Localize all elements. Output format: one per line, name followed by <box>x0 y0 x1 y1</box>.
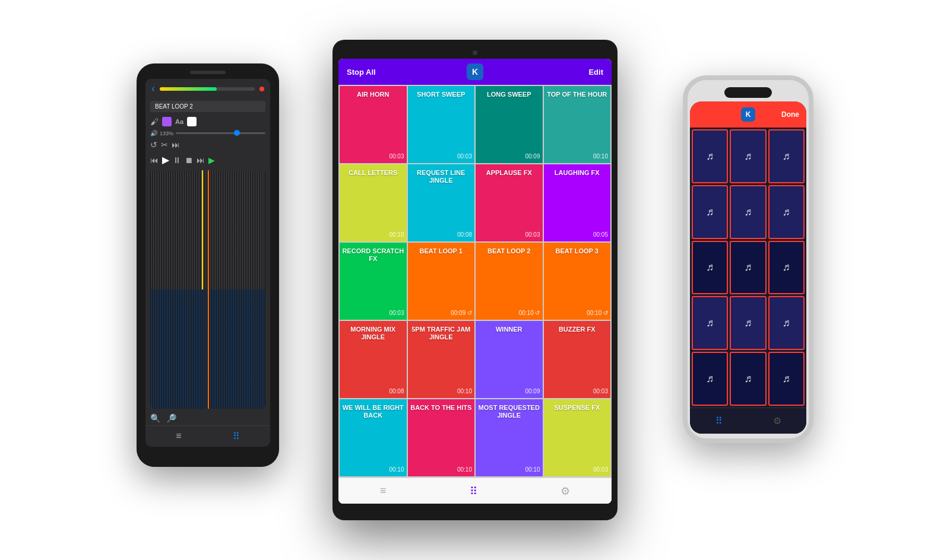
iphone-screen: K Done ♬♬♬♬♬♬♬♬♬♬♬♬♬♬♬ ⠿ ⚙ <box>690 101 806 434</box>
zoom-in-icon[interactable]: 🔍 <box>150 413 160 423</box>
right-pad-13[interactable]: ♬ <box>730 352 766 406</box>
pad-4[interactable]: CALL LETTERS00:10 <box>340 164 407 241</box>
right-pad-5[interactable]: ♬ <box>768 185 805 239</box>
skip-next-icon[interactable]: ⏭ <box>172 140 180 149</box>
skip-prev-icon[interactable]: ⏮ <box>150 155 159 165</box>
pad-18[interactable]: MOST REQUESTED JINGLE00:10 <box>476 399 543 476</box>
right-pad-10[interactable]: ♬ <box>730 296 766 350</box>
pad-time-11: 00:10 ↺ <box>587 310 608 316</box>
pad-19[interactable]: SUSPENSE FX00:03 <box>544 399 611 476</box>
pad-time-2: 00:09 <box>525 153 540 160</box>
right-pad-11[interactable]: ♬ <box>768 296 805 350</box>
pad-17[interactable]: BACK TO THE HITS00:10 <box>408 399 475 476</box>
left-bottom-bar: ≡ ⠿ <box>145 425 270 447</box>
pad-time-4: 00:10 <box>389 231 404 238</box>
right-pad-1[interactable]: ♬ <box>730 129 766 183</box>
brush-icon[interactable]: 🖌 <box>150 117 159 126</box>
pad-title-8: RECORD SCRATCH FX <box>342 247 404 263</box>
next-button[interactable]: ⏭ <box>197 155 205 165</box>
pad-title-19: SUSPENSE FX <box>554 404 600 412</box>
right-pad-4[interactable]: ♬ <box>730 185 766 239</box>
tablet-screen: Stop All K Edit AIR HORN00:03SHORT SWEEP… <box>338 59 612 504</box>
pad-title-0: AIR HORN <box>357 91 389 98</box>
pad-7[interactable]: LAUGHING FX00:05 <box>544 164 611 241</box>
right-pad-3[interactable]: ♬ <box>692 185 728 239</box>
playback-row: ⏮ ▶ ⏸ ⏹ ⏭ ▶ <box>145 152 270 168</box>
pad-time-14: 00:09 <box>525 388 540 394</box>
zoom-out-icon[interactable]: 🔎 <box>166 413 176 423</box>
pad-16[interactable]: WE WILL BE RIGHT BACK00:10 <box>340 399 407 476</box>
pad-time-3: 00:10 <box>593 153 608 160</box>
done-button[interactable]: Done <box>781 110 799 119</box>
pad-time-12: 00:08 <box>389 388 404 394</box>
pad-time-1: 00:03 <box>457 153 472 160</box>
iphone-notch <box>724 87 772 98</box>
pad-title-16: WE WILL BE RIGHT BACK <box>342 404 404 419</box>
right-pad-6[interactable]: ♬ <box>692 241 728 295</box>
pad-3[interactable]: TOP OF THE HOUR00:10 <box>544 86 611 163</box>
back-arrow-icon[interactable]: ‹ <box>151 82 155 95</box>
pad-15[interactable]: BUZZER FX00:03 <box>544 321 611 398</box>
record-dot-icon <box>259 87 264 91</box>
pad-time-16: 00:10 <box>389 466 404 473</box>
camera <box>473 50 477 55</box>
edit-button[interactable]: Edit <box>588 68 603 77</box>
play-button[interactable]: ▶ <box>162 154 169 166</box>
scene: ‹ BEAT LOOP 2 🖌 Aa 🔊 133% <box>119 28 831 532</box>
pad-10[interactable]: BEAT LOOP 200:10 ↺ <box>476 243 543 320</box>
list-tab[interactable]: ≡ <box>380 485 387 497</box>
settings-tab[interactable]: ⚙ <box>560 485 570 498</box>
stop-button[interactable]: ⏹ <box>185 155 193 165</box>
white-swatch[interactable] <box>187 117 197 126</box>
tablet-bottom-bar: ≡ ⠿ ⚙ <box>338 478 612 504</box>
pad-14[interactable]: WINNER00:09 <box>476 321 543 398</box>
pad-grid: AIR HORN00:03SHORT SWEEP00:03LONG SWEEP0… <box>338 85 612 478</box>
controls-row: 🖌 Aa <box>145 114 270 129</box>
pad-time-0: 00:03 <box>389 153 404 160</box>
pad-title-6: APPLAUSE FX <box>486 169 532 177</box>
pad-9[interactable]: BEAT LOOP 100:09 ↺ <box>408 243 475 320</box>
pad-title-15: BUZZER FX <box>559 326 596 333</box>
right-pad-12[interactable]: ♬ <box>692 352 728 406</box>
right-header: K Done <box>690 101 806 128</box>
pad-13[interactable]: 5PM TRAFFIC JAM JINGLE00:10 <box>408 321 475 398</box>
grid-tab[interactable]: ⠿ <box>233 431 240 442</box>
font-label[interactable]: Aa <box>175 118 183 125</box>
cut-icon[interactable]: ✂ <box>161 140 168 149</box>
volume-slider[interactable] <box>176 132 265 134</box>
right-logo: K <box>741 107 755 122</box>
pad-0[interactable]: AIR HORN00:03 <box>340 86 407 163</box>
pad-5[interactable]: REQUEST LINE JINGLE00:08 <box>408 164 475 241</box>
right-pad-9[interactable]: ♬ <box>692 296 728 350</box>
right-pad-2[interactable]: ♬ <box>768 129 805 183</box>
right-settings-tab[interactable]: ⚙ <box>773 415 781 427</box>
volume-icon: 🔊 <box>150 130 157 136</box>
color-swatch[interactable] <box>162 117 172 126</box>
right-pad-14[interactable]: ♬ <box>768 352 805 406</box>
pad-time-9: 00:09 ↺ <box>451 310 472 316</box>
pad-6[interactable]: APPLAUSE FX00:03 <box>476 164 543 241</box>
pad-title-17: BACK TO THE HITS <box>410 404 471 412</box>
tablet-header: Stop All K Edit <box>338 59 612 85</box>
pad-time-7: 00:05 <box>593 231 608 238</box>
right-pad-0[interactable]: ♬ <box>692 129 728 183</box>
right-grid-tab[interactable]: ⠿ <box>715 415 723 427</box>
grid-tab-active[interactable]: ⠿ <box>470 485 477 498</box>
record-button[interactable]: ▶ <box>208 155 215 165</box>
right-pad-7[interactable]: ♬ <box>730 241 766 295</box>
pad-8[interactable]: RECORD SCRATCH FX00:03 <box>340 243 407 320</box>
pad-2[interactable]: LONG SWEEP00:09 <box>476 86 543 163</box>
pause-button[interactable]: ⏸ <box>173 155 181 165</box>
pad-time-8: 00:03 <box>389 310 404 316</box>
pad-11[interactable]: BEAT LOOP 300:10 ↺ <box>544 243 611 320</box>
transport-row: ↺ ✂ ⏭ <box>145 138 270 152</box>
pad-title-10: BEAT LOOP 2 <box>487 247 530 255</box>
stop-all-button[interactable]: Stop All <box>347 68 376 77</box>
right-pad-8[interactable]: ♬ <box>768 241 805 295</box>
list-tab[interactable]: ≡ <box>176 431 181 442</box>
loop-icon[interactable]: ↺ <box>150 140 157 149</box>
pad-12[interactable]: MORNING MIX JINGLE00:08 <box>340 321 407 398</box>
pad-1[interactable]: SHORT SWEEP00:03 <box>408 86 475 163</box>
pad-title-11: BEAT LOOP 3 <box>556 247 598 255</box>
pad-time-5: 00:08 <box>457 231 472 238</box>
